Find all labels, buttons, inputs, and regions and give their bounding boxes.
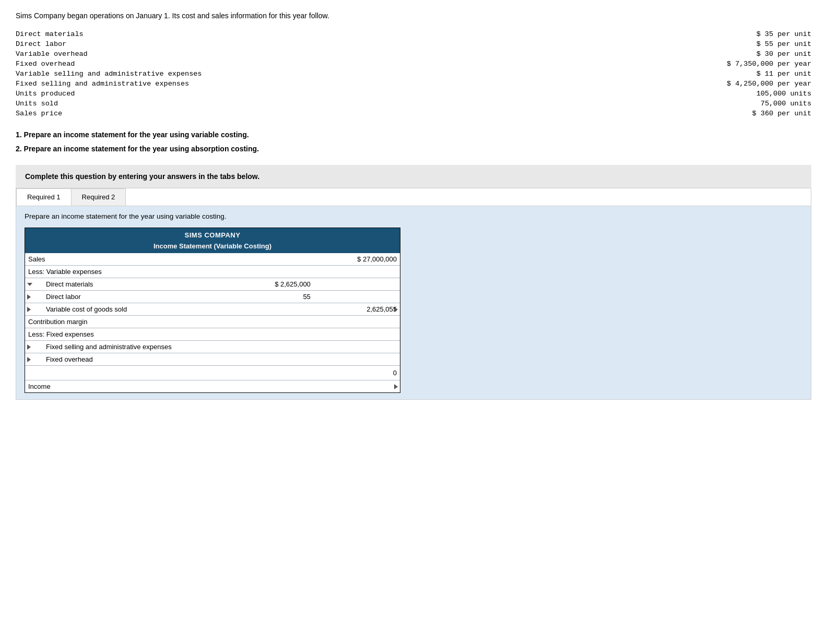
income-right-cell[interactable] bbox=[314, 380, 400, 393]
sales-price-value: $ 360 per unit bbox=[480, 109, 811, 118]
tabs-header: Required 1 Required 2 bbox=[16, 188, 811, 206]
var-selling-label: Variable selling and administrative expe… bbox=[16, 69, 448, 78]
direct-materials-value: $ 35 per unit bbox=[480, 30, 811, 39]
direct-materials-label: Direct materials bbox=[16, 30, 448, 39]
income-label: Income bbox=[25, 380, 231, 393]
units-produced-value: 105,000 units bbox=[480, 89, 811, 98]
fixed-selling-mid-input[interactable] bbox=[234, 343, 311, 351]
contribution-mid-cell[interactable] bbox=[231, 316, 314, 328]
instruction-2: 2. Prepare an income statement for the y… bbox=[16, 142, 811, 156]
variable-overhead-label: Variable overhead bbox=[16, 50, 448, 58]
less-fixed-row: Less: Fixed expenses bbox=[25, 328, 400, 341]
fixed-overhead-stmt-row: Fixed overhead bbox=[25, 353, 400, 366]
contribution-right-cell[interactable] bbox=[314, 316, 400, 328]
empty-right-cell: 0 bbox=[314, 366, 400, 380]
fixed-overhead-right-cell[interactable] bbox=[314, 353, 400, 366]
direct-labor-value: $ 55 per unit bbox=[480, 40, 811, 49]
complete-box-text: Complete this question by entering your … bbox=[25, 172, 259, 181]
less-variable-mid-input[interactable] bbox=[234, 268, 311, 276]
variable-cogs-mid-input[interactable] bbox=[234, 305, 311, 313]
variable-overhead-value: $ 30 per unit bbox=[480, 50, 811, 58]
intro-text: Sims Company began operations on January… bbox=[16, 10, 811, 21]
direct-labor-mid-cell: 55 bbox=[231, 291, 314, 303]
fixed-selling-right-input[interactable] bbox=[317, 343, 397, 351]
company-name: SIMS COMPANY bbox=[25, 228, 400, 241]
income-mid-cell[interactable] bbox=[231, 380, 314, 393]
sales-right-cell: $ 27,000,000 bbox=[314, 253, 400, 266]
variable-cogs-right-cell: 2,625,055 bbox=[314, 303, 400, 316]
units-sold-label: Units sold bbox=[16, 99, 448, 108]
tab-description: Prepare an income statement for the year… bbox=[25, 212, 802, 220]
income-row: Income bbox=[25, 380, 400, 393]
less-fixed-right-cell[interactable] bbox=[314, 328, 400, 341]
units-sold-value: 75,000 units bbox=[480, 99, 811, 108]
tab-required-1[interactable]: Required 1 bbox=[16, 188, 72, 206]
statement-table: Sales $ 27,000,000 Less: Variable expens… bbox=[25, 253, 400, 392]
direct-materials-row: Direct materials $ 2,625,000 bbox=[25, 278, 400, 291]
instruction-1: 1. Prepare an income statement for the y… bbox=[16, 128, 811, 141]
sales-row: Sales $ 27,000,000 bbox=[25, 253, 400, 266]
variable-cogs-right-value: 2,625,055 bbox=[367, 305, 397, 313]
empty-mid-input[interactable] bbox=[234, 369, 311, 377]
less-fixed-label: Less: Fixed expenses bbox=[25, 328, 231, 341]
less-fixed-mid-cell[interactable] bbox=[231, 328, 314, 341]
less-variable-label: Less: Variable expenses bbox=[25, 266, 231, 278]
direct-materials-right-cell[interactable] bbox=[314, 278, 400, 291]
fixed-selling-stmt-row: Fixed selling and administrative expense… bbox=[25, 341, 400, 353]
direct-materials-mid-cell: $ 2,625,000 bbox=[231, 278, 314, 291]
income-mid-input[interactable] bbox=[234, 383, 311, 390]
tab-1-content: Prepare an income statement for the year… bbox=[16, 206, 811, 399]
empty-mid-cell[interactable] bbox=[231, 366, 314, 380]
less-variable-right-input[interactable] bbox=[317, 268, 397, 276]
variable-cogs-mid-cell[interactable] bbox=[231, 303, 314, 316]
less-fixed-right-input[interactable] bbox=[317, 330, 397, 338]
direct-materials-mid-value: $ 2,625,000 bbox=[275, 280, 311, 288]
fixed-selling-mid-cell[interactable] bbox=[231, 341, 314, 353]
complete-box: Complete this question by entering your … bbox=[16, 165, 811, 188]
contribution-margin-label: Contribution margin bbox=[25, 316, 231, 328]
direct-labor-right-cell[interactable] bbox=[314, 291, 400, 303]
instructions: 1. Prepare an income statement for the y… bbox=[16, 128, 811, 156]
fixed-selling-right-cell[interactable] bbox=[314, 341, 400, 353]
contribution-right-input[interactable] bbox=[317, 318, 397, 326]
less-fixed-mid-input[interactable] bbox=[234, 330, 311, 338]
empty-label[interactable] bbox=[25, 366, 231, 380]
direct-labor-stmt-label: Direct labor bbox=[25, 291, 231, 303]
income-right-input[interactable] bbox=[317, 383, 397, 390]
sales-price-label: Sales price bbox=[16, 109, 448, 118]
direct-labor-mid-value: 55 bbox=[303, 293, 310, 301]
var-selling-value: $ 11 per unit bbox=[480, 69, 811, 78]
direct-materials-stmt-label: Direct materials bbox=[25, 278, 231, 291]
units-produced-label: Units produced bbox=[16, 89, 448, 98]
zero-value: 0 bbox=[393, 369, 397, 377]
fixed-overhead-right-input[interactable] bbox=[317, 355, 397, 363]
sales-mid-cell[interactable] bbox=[231, 253, 314, 266]
fixed-overhead-mid-input[interactable] bbox=[234, 355, 311, 363]
tab-required-2[interactable]: Required 2 bbox=[71, 188, 126, 206]
sales-mid-input[interactable] bbox=[234, 255, 311, 263]
fixed-overhead-stmt-label: Fixed overhead bbox=[25, 353, 231, 366]
less-variable-mid[interactable] bbox=[231, 266, 314, 278]
fixed-overhead-label: Fixed overhead bbox=[16, 59, 448, 68]
income-statement: SIMS COMPANY Income Statement (Variable … bbox=[25, 228, 400, 393]
direct-labor-right-input[interactable] bbox=[317, 293, 397, 301]
empty-label-input[interactable] bbox=[28, 369, 228, 377]
fixed-overhead-value: $ 7,350,000 per year bbox=[480, 59, 811, 68]
direct-labor-label: Direct labor bbox=[16, 40, 448, 49]
fixed-selling-stmt-label: Fixed selling and administrative expense… bbox=[25, 341, 231, 353]
less-variable-row: Less: Variable expenses bbox=[25, 266, 400, 278]
tabs-section: Required 1 Required 2 Prepare an income … bbox=[16, 188, 811, 400]
less-variable-right[interactable] bbox=[314, 266, 400, 278]
sales-label: Sales bbox=[25, 253, 231, 266]
cost-info-table: Direct materials $ 35 per unit Direct la… bbox=[16, 30, 811, 118]
direct-materials-right-input[interactable] bbox=[317, 280, 397, 288]
sales-value: $ 27,000,000 bbox=[357, 255, 397, 263]
fixed-overhead-mid-cell[interactable] bbox=[231, 353, 314, 366]
direct-labor-stmt-row: Direct labor 55 bbox=[25, 291, 400, 303]
fixed-selling-value: $ 4,250,000 per year bbox=[480, 79, 811, 88]
variable-cogs-label: Variable cost of goods sold bbox=[25, 303, 231, 316]
fixed-selling-label: Fixed selling and administrative expense… bbox=[16, 79, 448, 88]
dropdown-arrow-icon[interactable] bbox=[27, 283, 32, 286]
variable-cogs-row: Variable cost of goods sold 2,625,055 bbox=[25, 303, 400, 316]
contribution-mid-input[interactable] bbox=[234, 318, 311, 326]
